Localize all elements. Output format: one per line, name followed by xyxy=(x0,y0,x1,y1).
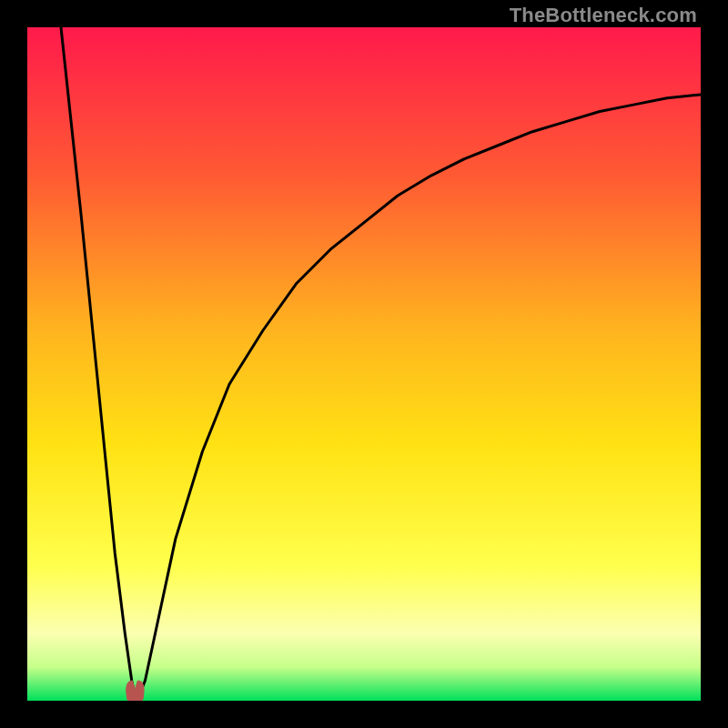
bottleneck-chart xyxy=(27,27,701,701)
watermark-text: TheBottleneck.com xyxy=(510,4,697,27)
severity-gradient xyxy=(27,27,701,701)
chart-frame: TheBottleneck.com xyxy=(0,0,728,728)
